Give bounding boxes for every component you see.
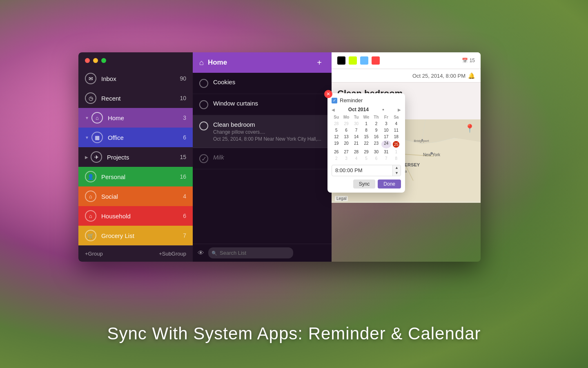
sidebar-item-home[interactable]: ▼ ⌂ Home 3 [78,108,193,128]
sidebar-item-household[interactable]: ⌂ Household 6 [78,206,193,226]
mini-calendar: ◀ Oct 2014 ● ▶ Su Mo Tu We Th Fr Sa [332,107,401,162]
cal-cell-20[interactable]: 20 [341,140,351,148]
add-group-button[interactable]: +Group [85,251,103,257]
cal-cell-29-prev[interactable]: 29 [341,121,351,127]
add-task-button[interactable]: + [314,57,325,68]
cal-prev-button[interactable]: ◀ [332,108,335,112]
color-dot-blue[interactable] [360,56,368,65]
cal-cell-24[interactable]: 24 [381,140,391,148]
add-subgroup-button[interactable]: +SubGroup [159,251,186,257]
cal-cell-28-prev[interactable]: 28 [332,121,341,127]
task-item-milk[interactable]: ✓ Milk [193,148,332,169]
cal-cell-13[interactable]: 13 [341,134,351,140]
traffic-light-minimize[interactable] [93,58,98,63]
cal-cell-30[interactable]: 30 [372,149,381,155]
cal-cell-5[interactable]: 5 [332,127,341,133]
cal-header-we: We [361,114,371,120]
task-item-window-curtains[interactable]: Window curtains [193,94,332,115]
cal-cell-11[interactable]: 11 [392,127,401,133]
sidebar-item-inbox[interactable]: ✉ Inbox 90 [78,69,193,88]
cal-cell-10[interactable]: 10 [381,127,391,133]
traffic-light-close[interactable] [85,58,90,63]
color-dot-yellow-green[interactable] [349,56,357,65]
cal-cell-1[interactable]: 1 [361,121,371,127]
sidebar-item-recent[interactable]: ◷ Recent 10 [78,88,193,108]
chevron-down-icon: ▼ [85,116,89,120]
cal-cell-28[interactable]: 28 [352,149,361,155]
cal-next-button[interactable]: ▶ [398,108,401,112]
cal-cell-2[interactable]: 2 [372,121,381,127]
sidebar-label-social: Social [101,193,178,200]
search-input[interactable] [208,247,293,258]
cal-cell-8-next[interactable]: 8 [392,155,401,162]
cal-cell-6-next[interactable]: 6 [372,155,381,162]
cal-cell-3-next[interactable]: 3 [341,155,351,162]
svg-point-11 [421,139,423,141]
task-checkbox-milk[interactable]: ✓ [199,154,208,163]
cal-header-su: Su [332,114,341,120]
task-checkbox-clean-bedroom[interactable] [199,121,208,130]
task-item-cookies[interactable]: Cookies [193,73,332,94]
social-icon: ⌂ [85,191,96,202]
cal-cell-7[interactable]: 7 [352,127,361,133]
time-increment-button[interactable]: ▲ [393,165,401,171]
cal-cell-12[interactable]: 12 [332,134,341,140]
search-wrap [208,247,327,258]
cal-cell-23[interactable]: 23 [372,140,381,148]
cal-cell-2-next[interactable]: 2 [332,155,341,162]
cal-cell-16[interactable]: 16 [372,134,381,140]
sidebar-item-office[interactable]: ▼ ▦ Office 6 [78,128,193,147]
sidebar-label-home: Home [108,114,178,121]
reminder-label: Reminder [340,97,363,103]
sidebar-item-grocery[interactable]: 🛒 Grocery List 7 [78,226,193,245]
cal-cell-4-next[interactable]: 4 [352,155,361,162]
visibility-icon[interactable]: 👁 [198,249,204,257]
cal-cell-15[interactable]: 15 [361,134,371,140]
sidebar-label-inbox: Inbox [101,75,178,82]
cal-cell-25[interactable]: 25 [392,140,401,148]
cal-cell-5-next[interactable]: 5 [361,155,371,162]
cal-cell-14[interactable]: 14 [352,134,361,140]
color-dot-black[interactable] [337,56,345,65]
task-title-cookies: Cookies [213,79,325,85]
sidebar-label-household: Household [101,213,178,220]
task-content-window-curtains: Window curtains [213,100,325,107]
cal-month-year: Oct 2014 [348,107,369,112]
cal-cell-21[interactable]: 21 [352,140,361,148]
color-dot-red[interactable] [372,56,380,65]
done-button[interactable]: Done [378,180,401,188]
cal-cell-18[interactable]: 18 [392,134,401,140]
task-title-window-curtains: Window curtains [213,100,325,107]
cal-cell-26[interactable]: 26 [332,149,341,155]
cal-cell-29[interactable]: 29 [361,149,371,155]
task-checkbox-window-curtains[interactable] [199,100,208,109]
cal-cell-3[interactable]: 3 [381,121,391,127]
task-checkbox-cookies[interactable] [199,79,208,88]
traffic-light-fullscreen[interactable] [101,58,106,63]
sidebar-item-social[interactable]: ⌂ Social 4 [78,186,193,206]
sidebar-item-personal[interactable]: 👤 Personal 16 [78,167,193,186]
sidebar-item-projects[interactable]: ▶ ✈ Projects 15 [78,147,193,167]
cal-cell-9[interactable]: 9 [372,127,381,133]
middle-panel-header: ⌂ Home + [193,52,332,73]
popup-close-button[interactable]: ✕ [324,90,332,98]
sync-button[interactable]: Sync [353,180,376,188]
cal-cell-8[interactable]: 8 [361,127,371,133]
cal-cell-19[interactable]: 19 [332,140,341,148]
reminder-checkbox[interactable]: ✓ [332,98,337,103]
task-item-clean-bedroom[interactable]: Clean bedroom Change pillow covers.... O… [193,115,332,148]
cal-cell-17[interactable]: 17 [381,134,391,140]
sidebar-header [78,52,193,69]
sidebar-count-personal: 16 [178,173,186,180]
cal-cell-31[interactable]: 31 [381,149,391,155]
cal-cell-22[interactable]: 22 [361,140,371,148]
time-decrement-button[interactable]: ▼ [393,171,401,176]
cal-cell-1-next[interactable]: 1 [392,149,401,155]
middle-footer: 👁 [193,244,332,262]
cal-cell-30-prev[interactable]: 30 [352,121,361,127]
svg-point-12 [430,152,433,155]
cal-cell-6[interactable]: 6 [341,127,351,133]
cal-cell-7-next[interactable]: 7 [381,155,391,162]
cal-cell-27[interactable]: 27 [341,149,351,155]
cal-cell-4[interactable]: 4 [392,121,401,127]
